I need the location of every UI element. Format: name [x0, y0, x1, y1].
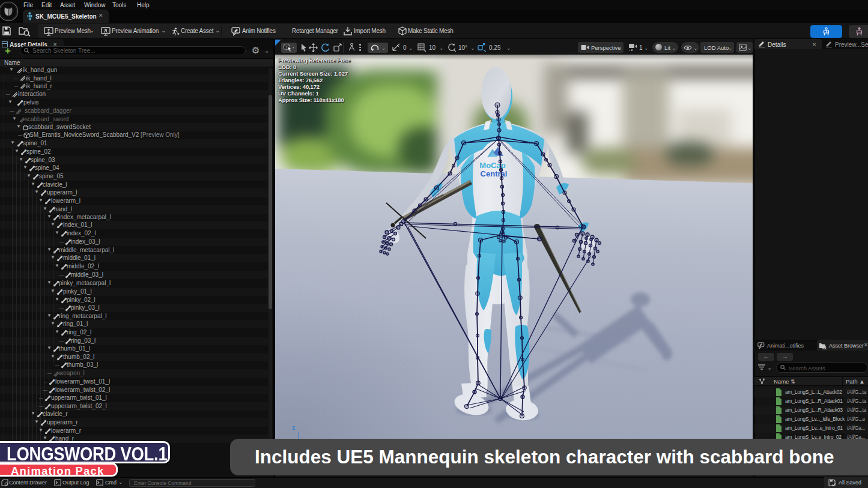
svg-text:Central: Central	[481, 169, 508, 178]
